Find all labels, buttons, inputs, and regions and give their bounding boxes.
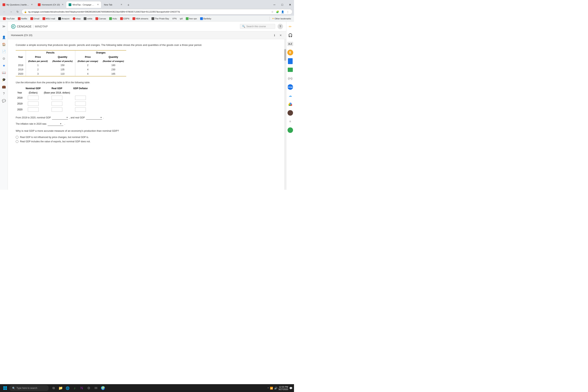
close-panel-icon[interactable]: ✕ xyxy=(278,33,283,38)
forward-button[interactable]: → xyxy=(8,9,14,14)
bookmark-ip8[interactable]: ip8 xyxy=(178,17,184,20)
bookmark-youtube[interactable]: YouTube xyxy=(2,17,16,20)
answer-year-2018: 2018 xyxy=(16,95,24,101)
piratebay-favicon xyxy=(152,17,154,20)
bookmark-star-icon[interactable]: ☆ xyxy=(270,10,274,14)
row-pencil-price-2020: 3 xyxy=(26,72,50,76)
bookmark-canvas[interactable]: Canvas xyxy=(94,17,108,20)
maximize-button[interactable]: □ xyxy=(278,2,286,8)
extensions-icon[interactable]: 🧩 xyxy=(276,10,280,14)
bookmark-vpn[interactable]: VPN xyxy=(171,17,178,20)
fill-in-inflation-row: The inflation rate in 2020 was ▼ . xyxy=(16,122,278,126)
new-tab-button[interactable]: + xyxy=(126,2,131,8)
profile-icon[interactable]: 👤 xyxy=(280,10,285,14)
tab-close-homework[interactable]: ✕ xyxy=(62,3,64,6)
bookmark-freevpn[interactable]: free vpn xyxy=(184,17,198,20)
az-tool-button[interactable]: A-Z xyxy=(287,40,294,48)
bookmark-hulu[interactable]: Hulu xyxy=(108,17,118,20)
sidebar-star-icon[interactable]: ★ xyxy=(1,62,7,68)
info-icon[interactable]: ℹ xyxy=(272,33,277,38)
search-box[interactable]: 🔍 Search this course xyxy=(240,24,275,29)
inflation-rate-dropdown[interactable]: ▼ xyxy=(48,122,63,126)
deflator-input-2018[interactable] xyxy=(75,96,86,100)
sidebar-book-icon[interactable]: 📖 xyxy=(1,70,7,76)
bongo-tool-button[interactable]: bongo xyxy=(287,84,294,90)
headphone-tool-button[interactable]: 🎧 xyxy=(287,32,294,39)
row-year-2019: 2019 xyxy=(16,68,26,72)
wifi-tool-button[interactable]: ((•)) xyxy=(287,75,294,82)
tab-homework[interactable]: Homework (Ch 10) ✕ xyxy=(35,1,66,8)
real-change-dropdown[interactable]: ▼ xyxy=(86,116,102,120)
deflator-input-2019[interactable] xyxy=(75,102,86,106)
orange-qty-sub: (Number of oranges) xyxy=(100,59,126,63)
cloud-tool-button[interactable]: ☁ xyxy=(287,92,294,99)
sidebar-user-icon[interactable]: 👤 xyxy=(1,34,7,40)
pencil-tool-button[interactable]: ✏ xyxy=(287,23,294,30)
pencil-icon: ✏ xyxy=(289,24,292,29)
radio-button-2[interactable] xyxy=(16,140,18,143)
gdrive-tool-button[interactable] xyxy=(287,101,294,108)
deflator-input-2020[interactable] xyxy=(75,108,86,112)
greennote-tool-button[interactable] xyxy=(287,66,294,73)
bluebook-tool-button[interactable] xyxy=(287,58,294,65)
minimize-button[interactable]: ─ xyxy=(270,2,278,8)
mindtap-logo: CENGAGE | MINDTAP xyxy=(11,24,48,29)
bookmark-ebay[interactable]: ebay xyxy=(71,17,82,20)
sidebar-help-icon[interactable]: ? xyxy=(1,90,7,97)
search-icon: 🔍 xyxy=(242,25,245,28)
bookmark-gmail[interactable]: Gmail xyxy=(29,17,41,20)
bookmark-netflix[interactable]: Netflix xyxy=(16,17,28,20)
bookmark-nba[interactable]: NBA streams xyxy=(131,17,150,20)
sidebar-briefcase-icon[interactable]: 💼 xyxy=(1,84,7,90)
scrollbar-track[interactable] xyxy=(284,39,286,190)
back-button[interactable]: ← xyxy=(2,9,7,14)
radio-button-1[interactable] xyxy=(16,136,18,138)
address-bar[interactable]: 🔒 ng.cengage.com/static/nb/ui/evo/index.… xyxy=(22,9,292,14)
lines-tool-button[interactable]: ≡ xyxy=(287,118,294,125)
bookmark-hulu-label: Hulu xyxy=(112,18,117,20)
nominal-gdp-input-2019[interactable] xyxy=(28,102,38,106)
sidebar-doc-icon[interactable]: 📄 xyxy=(1,48,7,54)
tab-newtab[interactable]: New Tab ✕ xyxy=(101,1,125,8)
orange-tool-button[interactable]: 6 xyxy=(287,49,294,56)
green-circle-tool-button[interactable] xyxy=(287,126,294,134)
tab-bartleby[interactable]: My Questions | bartleby ✕ xyxy=(0,1,35,8)
bookmark-msumail[interactable]: MSU mail xyxy=(41,17,57,20)
sidebar-home-icon[interactable]: 🏠 xyxy=(1,41,7,48)
menu-icon[interactable]: ⋮ xyxy=(286,10,290,14)
nominal-change-dropdown[interactable]: ▼ xyxy=(52,116,68,120)
sidebar-expand-icon[interactable]: ≫ xyxy=(1,23,7,30)
sidebar-hat-icon[interactable]: 🎓 xyxy=(1,76,7,83)
msumail-favicon xyxy=(42,17,45,20)
real-gdp-input-2019[interactable] xyxy=(52,102,62,106)
question-intro-text: Consider a simple economy that produces … xyxy=(16,43,278,47)
radio-option-1[interactable]: Real GDP is not influenced by price chan… xyxy=(16,136,278,138)
bookmark-ookla[interactable]: ookla xyxy=(82,17,94,20)
sidebar-circle-icon[interactable]: ⊙ xyxy=(1,55,7,62)
real-gdp-input-2020[interactable] xyxy=(52,108,62,112)
bookmark-espn[interactable]: ESPN xyxy=(119,17,131,20)
ebay-favicon xyxy=(73,17,76,20)
nominal-gdp-input-2018[interactable] xyxy=(28,96,38,100)
scrollbar-thumb[interactable] xyxy=(284,49,286,61)
question-content[interactable]: Consider a simple economy that produces … xyxy=(8,39,286,190)
profile-tool-button[interactable] xyxy=(287,109,294,116)
tab-title-homework: Homework (Ch 10) xyxy=(42,4,60,6)
sidebar-chat-icon[interactable]: 💬 xyxy=(1,98,7,104)
refresh-button[interactable]: ↻ xyxy=(15,9,20,14)
close-button[interactable]: ✕ xyxy=(286,2,294,8)
nominal-gdp-input-2020[interactable] xyxy=(28,108,38,112)
tab-close-bartleby[interactable]: ✕ xyxy=(31,3,33,6)
bookmark-other[interactable]: ★ Other bookmarks xyxy=(271,17,292,20)
radio-option-2[interactable]: Real GDP includes the value of exports, … xyxy=(16,140,278,143)
tab-mindtap[interactable]: MindTap - Cengage Learning ✕ xyxy=(66,1,101,8)
real-gdp-input-2018[interactable] xyxy=(52,96,62,100)
freevpn-favicon xyxy=(186,17,188,20)
tab-close-newtab[interactable]: ✕ xyxy=(120,3,122,6)
bookmark-bartleby[interactable]: Bartleby xyxy=(199,17,213,20)
bookmark-amazon[interactable]: Amazon xyxy=(57,17,71,20)
bookmark-piratebay[interactable]: The Pirate Bay xyxy=(150,17,170,20)
answer-year-2020: 2020 xyxy=(16,106,24,112)
tab-close-mindtap[interactable]: ✕ xyxy=(97,3,99,6)
help-button[interactable]: ? xyxy=(278,24,283,29)
